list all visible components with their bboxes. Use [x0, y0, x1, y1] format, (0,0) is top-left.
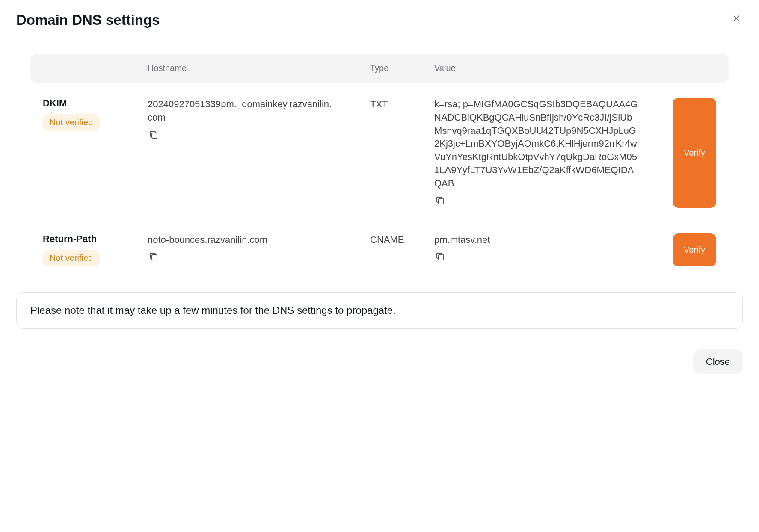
table-header-row: Hostname Type Value [30, 54, 729, 83]
copy-icon [148, 130, 159, 140]
dns-record-row: Return-Path Not verified noto-bounces.ra… [30, 233, 729, 266]
type-value: TXT [370, 98, 434, 111]
close-button[interactable]: Close [693, 349, 743, 374]
note-text: Please note that it may take up a few mi… [30, 304, 729, 316]
verify-button[interactable]: Verify [673, 98, 716, 208]
copy-hostname-button[interactable] [148, 129, 160, 142]
svg-rect-4 [152, 255, 157, 260]
type-value: CNAME [370, 233, 434, 247]
hostname-value: noto-bounces.razvanilin.com [148, 233, 370, 247]
copy-value-button[interactable] [434, 195, 446, 208]
record-value: k=rsa; p=MIGfMA0GCSqGSIb3DQEBAQUAA4GNADC… [434, 98, 656, 190]
propagation-note: Please note that it may take up a few mi… [16, 292, 743, 329]
dns-record-row: DKIM Not verified 20240927051339pm._doma… [30, 98, 729, 208]
svg-rect-5 [439, 255, 444, 260]
record-value: pm.mtasv.net [434, 233, 656, 247]
record-label-return-path: Return-Path [43, 233, 148, 245]
hostname-value: 20240927051339pm._domainkey.razvanilin.c… [148, 98, 370, 124]
copy-icon [435, 251, 445, 262]
record-label-dkim: DKIM [43, 98, 148, 109]
copy-value-button[interactable] [434, 251, 446, 264]
modal-title: Domain DNS settings [16, 12, 160, 28]
column-header-type: Type [370, 63, 434, 73]
close-icon [732, 14, 741, 23]
column-header-value: Value [434, 63, 656, 73]
copy-icon [435, 195, 445, 206]
dns-records-table: Hostname Type Value DKIM Not verified 20… [30, 54, 729, 266]
copy-hostname-button[interactable] [148, 251, 160, 264]
svg-rect-2 [152, 133, 157, 138]
status-badge: Not verified [43, 114, 100, 131]
copy-icon [148, 251, 159, 262]
column-header-hostname: Hostname [148, 63, 370, 73]
verify-button[interactable]: Verify [673, 233, 716, 266]
status-badge: Not verified [43, 250, 100, 266]
svg-rect-3 [439, 199, 444, 204]
close-icon-button[interactable] [730, 12, 743, 26]
